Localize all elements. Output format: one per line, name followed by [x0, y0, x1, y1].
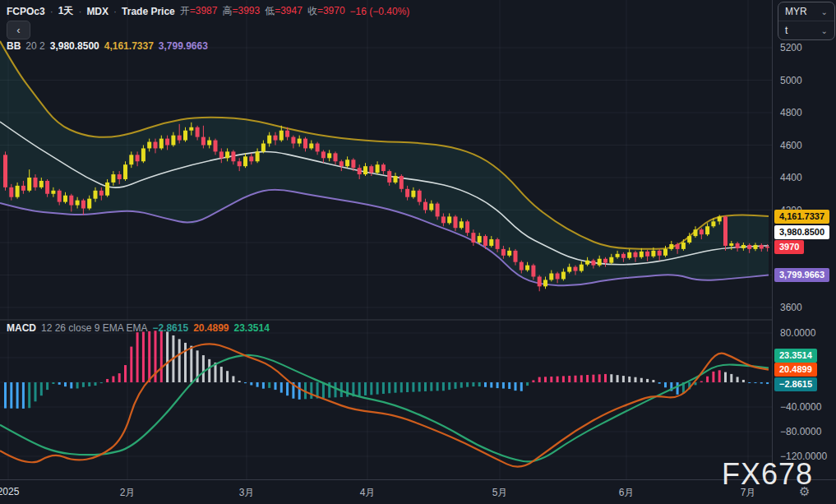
open-field: 开=3987 [180, 4, 218, 18]
bb-lower-value: 3,799.9663 [159, 40, 208, 52]
price-axis[interactable]: 520050004800460044004200360080.0000−40.0… [772, 0, 836, 479]
candle-body [189, 127, 193, 131]
macd-histogram-bar [455, 382, 457, 389]
legend-separator: · [113, 6, 117, 17]
macd-histogram-bar [677, 382, 679, 395]
symbol-legend[interactable]: FCPOc3 · 1天 · MDX · Trade Price 开=3987 高… [7, 4, 409, 18]
candle-body [483, 236, 487, 246]
candle-body [418, 191, 422, 202]
macd-histogram-bar [748, 382, 751, 383]
candle-body [645, 252, 649, 257]
price-tick-label: 5200 [780, 42, 802, 53]
macd-histogram-bar [142, 332, 145, 382]
macd-histogram-bar [232, 376, 234, 382]
candle-body [183, 131, 187, 141]
macd-histogram-bar [730, 374, 732, 382]
interval-label: 1天 [58, 4, 74, 18]
candle-body [585, 261, 589, 265]
macd-histogram-bar [388, 382, 390, 393]
macd-histogram-bar [490, 382, 492, 388]
price-tick-label: 3600 [780, 302, 802, 313]
macd-histogram-bar [275, 382, 277, 390]
macd-histogram-bar [508, 382, 510, 389]
candle-body [658, 251, 662, 256]
macd-signal-badge: 23.3514 [774, 349, 817, 363]
bollinger-legend[interactable]: BB 20 2 3,980.8500 4,161.7337 3,799.9663 [7, 40, 208, 52]
macd-histogram-bar [46, 382, 48, 390]
candle-body [441, 216, 446, 223]
macd-histogram-bar [70, 382, 72, 388]
candle-body [525, 266, 529, 270]
time-axis-label: 2月 [120, 486, 136, 500]
exchange-label: MDX [86, 6, 109, 17]
unit-dropdown[interactable]: t ⌄ [778, 21, 834, 39]
bb-lower-badge: 3,799.9663 [774, 268, 829, 282]
candle-body [118, 174, 122, 179]
macd-histogram-bar [148, 331, 150, 382]
macd-histogram-bar [136, 332, 139, 382]
candle-body [39, 181, 44, 187]
currency-dropdown[interactable]: MYR ⌄ [778, 2, 834, 21]
macd-line-value: 20.4899 [193, 322, 229, 334]
time-axis-label: 5月 [492, 486, 508, 500]
macd-histogram-bar [106, 379, 109, 382]
candle-body [567, 267, 571, 272]
candle-body [729, 243, 733, 246]
chart-panes-canvas[interactable] [0, 0, 772, 479]
candle-body [129, 155, 133, 164]
macd-histogram-bar [484, 382, 487, 387]
macd-histogram-bar [664, 382, 667, 387]
macd-histogram-bar [118, 373, 121, 382]
candle-body [687, 236, 691, 243]
macd-histogram-bar [412, 382, 414, 392]
macd-histogram-bar [358, 382, 361, 396]
macd-histogram-bar [382, 382, 385, 394]
macd-histogram-bar [124, 365, 127, 382]
candle-body [76, 201, 80, 206]
candle-body [514, 251, 518, 262]
macd-histogram-bar [4, 382, 7, 409]
candle-body [279, 131, 284, 141]
macd-histogram-bar [766, 382, 769, 384]
macd-legend[interactable]: MACD 12 26 close 9 EMA EMA −2.8615 20.48… [7, 322, 270, 334]
low-field: 低=3947 [265, 4, 303, 18]
macd-histogram-bar [395, 382, 397, 393]
macd-histogram-bar [562, 376, 565, 382]
macd-histogram-bar [658, 382, 661, 384]
candle-body [609, 257, 613, 263]
time-axis[interactable]: ⚙ 20252月3月4月5月6月7月 [0, 479, 836, 504]
macd-histogram-bar [130, 347, 132, 382]
time-axis-label: 4月 [360, 486, 376, 500]
macd-histogram-bar [712, 372, 714, 382]
macd-histogram-bar [190, 346, 192, 382]
macd-histogram-bar [238, 381, 241, 382]
candle-body [34, 178, 38, 187]
macd-histogram-bar [250, 382, 252, 385]
bb-basis-value: 3,980.8500 [50, 40, 99, 52]
candle-body [663, 249, 667, 256]
macd-histogram-bar [532, 380, 534, 382]
currency-value: MYR [785, 6, 807, 17]
candle-body [598, 259, 602, 266]
macd-histogram-bar [88, 382, 90, 386]
candle-body [219, 151, 224, 158]
macd-histogram-bar [335, 382, 337, 397]
candle-body [267, 136, 271, 144]
macd-histogram-bar [448, 382, 450, 390]
candle-body [700, 229, 704, 234]
macd-histogram-bar [58, 382, 61, 385]
macd-histogram-bar [700, 381, 703, 382]
macd-histogram-bar [466, 382, 469, 387]
candle-body [376, 164, 380, 173]
chevron-down-icon: ⌄ [821, 7, 828, 16]
macd-histogram-bar [515, 382, 517, 391]
macd-line-badge: 20.4899 [774, 363, 817, 377]
macd-histogram-bar [622, 376, 625, 382]
macd-histogram-bar [310, 382, 312, 399]
macd-histogram-bar [370, 382, 372, 395]
candle-body [736, 243, 740, 248]
candle-body [196, 127, 200, 137]
macd-histogram-bar [406, 382, 409, 392]
back-button[interactable]: ‹ [7, 21, 30, 39]
time-axis-label: 3月 [239, 486, 255, 500]
